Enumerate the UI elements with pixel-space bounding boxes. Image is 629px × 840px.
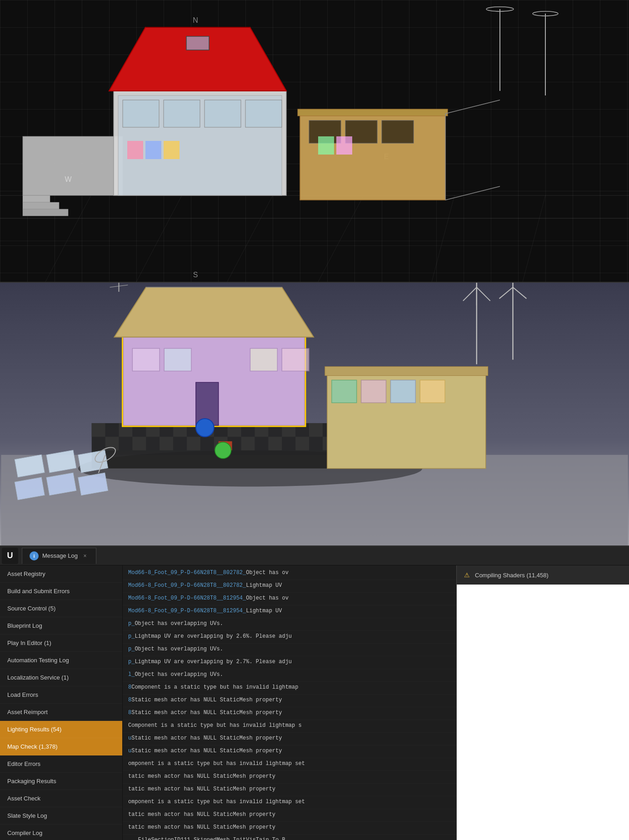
tab-close-button[interactable]: × bbox=[81, 552, 89, 560]
sidebar-item-11[interactable]: Editor Errors bbox=[0, 755, 122, 773]
log-entry-7: p_ Lightmap UV are overlapping by 2.7%. … bbox=[123, 656, 456, 669]
sidebar-item-3[interactable]: Blueprint Log bbox=[0, 617, 122, 635]
log-msg-11: Static mesh actor has NULL StaticMesh pr… bbox=[131, 709, 282, 717]
sidebar-item-10[interactable]: Map Check (1,378) bbox=[0, 738, 122, 755]
svg-rect-68 bbox=[132, 349, 160, 371]
sidebar-item-6[interactable]: Localization Service (1) bbox=[0, 669, 122, 686]
log-link-13[interactable]: u bbox=[128, 734, 131, 742]
message-log-tab-icon: i bbox=[30, 551, 39, 560]
svg-rect-56 bbox=[132, 437, 146, 450]
log-msg-9: Component is a static type but has inval… bbox=[131, 683, 298, 691]
svg-line-33 bbox=[445, 186, 500, 200]
svg-rect-10 bbox=[23, 195, 50, 202]
svg-rect-42 bbox=[336, 136, 352, 155]
log-entry-2: Mod66-8_Foot_09_P-D-66N28T8__812954_ Obj… bbox=[123, 593, 456, 605]
svg-marker-66 bbox=[115, 287, 314, 337]
sidebar-item-12[interactable]: Packaging Results bbox=[0, 773, 122, 790]
log-entry-14: u Static mesh actor has NULL StaticMesh … bbox=[123, 745, 456, 758]
log-entry-21: ...FileSectionID111_SkinnedMesh_InitVisT… bbox=[123, 835, 456, 840]
sidebar-item-9[interactable]: Lighting Results (54) bbox=[0, 721, 122, 738]
svg-rect-69 bbox=[164, 349, 191, 371]
svg-rect-77 bbox=[325, 366, 488, 375]
log-link-14[interactable]: u bbox=[128, 747, 131, 755]
svg-line-7 bbox=[432, 195, 454, 282]
log-msg-6: Object has overlapping UVs. bbox=[135, 645, 223, 653]
log-msg-15: omponent is a static type but has invali… bbox=[128, 760, 305, 768]
log-entry-1: Mod66-8_Foot_09_P-D-66N28T8__802782_ Lig… bbox=[123, 580, 456, 593]
log-link-1[interactable]: Mod66-8_Foot_09_P-D-66N28T8__802782_ bbox=[128, 581, 246, 590]
svg-text:W: W bbox=[65, 175, 72, 183]
sidebar-item-5[interactable]: Automation Testing Log bbox=[0, 652, 122, 669]
svg-rect-81 bbox=[420, 380, 445, 403]
sidebar-item-2[interactable]: Source Control (5) bbox=[0, 600, 122, 617]
svg-rect-9 bbox=[23, 136, 123, 195]
viewport-bottom bbox=[0, 282, 629, 545]
svg-line-90 bbox=[463, 287, 477, 301]
sidebar-item-7[interactable]: Load Errors bbox=[0, 686, 122, 704]
svg-rect-46 bbox=[92, 423, 105, 437]
svg-rect-17 bbox=[205, 100, 241, 127]
svg-rect-11 bbox=[23, 202, 59, 209]
log-link-11[interactable]: 8 bbox=[128, 709, 131, 717]
shader-title: Compiling Shaders (11,458) bbox=[475, 572, 549, 579]
log-entry-13: u Static mesh actor has NULL StaticMesh … bbox=[123, 733, 456, 745]
sidebar-item-15[interactable]: Compiler Log bbox=[0, 825, 122, 840]
log-link-9[interactable]: 8 bbox=[128, 683, 131, 691]
log-content[interactable]: Mod66-8_Foot_09_P-D-66N28T8__802782_ Obj… bbox=[123, 565, 456, 840]
log-msg-17: tatic mesh actor has NULL StaticMesh pro… bbox=[128, 785, 275, 793]
sidebar-item-13[interactable]: Asset Check bbox=[0, 790, 122, 807]
log-entry-8: l_ Object has overlapping UVs. bbox=[123, 669, 456, 682]
log-entry-5: p_ Lightmap UV are overlapping by 2.6%. … bbox=[123, 631, 456, 644]
log-entry-4: p_ Object has overlapping UVs. bbox=[123, 618, 456, 631]
svg-rect-12 bbox=[23, 209, 68, 216]
svg-line-94 bbox=[499, 287, 513, 299]
log-msg-19: tatic mesh actor has NULL StaticMesh pro… bbox=[128, 810, 275, 819]
svg-line-93 bbox=[513, 287, 526, 299]
house-scene-top: N S W E bbox=[0, 0, 629, 282]
svg-rect-58 bbox=[187, 437, 200, 450]
log-entry-12: Component is a static type but has inval… bbox=[123, 720, 456, 733]
svg-line-32 bbox=[445, 100, 500, 114]
log-entry-10: 8 Static mesh actor has NULL StaticMesh … bbox=[123, 695, 456, 707]
log-link-8[interactable]: l_ bbox=[128, 670, 135, 679]
svg-rect-60 bbox=[241, 437, 255, 450]
log-link-7[interactable]: p_ bbox=[128, 658, 135, 666]
log-msg-0: Object has ov bbox=[246, 569, 289, 577]
log-entry-0: Mod66-8_Foot_09_P-D-66N28T8__802782_ Obj… bbox=[123, 567, 456, 580]
svg-rect-30 bbox=[298, 109, 448, 116]
svg-point-73 bbox=[196, 419, 214, 437]
message-log-tab[interactable]: i Message Log × bbox=[22, 548, 96, 564]
svg-line-89 bbox=[477, 287, 490, 301]
sidebar-item-1[interactable]: Build and Submit Errors bbox=[0, 583, 122, 600]
svg-line-6 bbox=[318, 195, 364, 282]
svg-point-75 bbox=[215, 442, 231, 459]
log-link-4[interactable]: p_ bbox=[128, 620, 135, 628]
log-link-10[interactable]: 8 bbox=[128, 696, 131, 704]
log-entry-11: 8 Static mesh actor has NULL StaticMesh … bbox=[123, 707, 456, 720]
log-entry-20: tatic mesh actor has NULL StaticMesh pro… bbox=[123, 822, 456, 835]
log-msg-5: Lightmap UV are overlapping by 2.6%. Ple… bbox=[135, 632, 292, 640]
log-msg-16: tatic mesh actor has NULL StaticMesh pro… bbox=[128, 772, 275, 780]
sidebar-item-4[interactable]: Play In Editor (1) bbox=[0, 635, 122, 652]
log-entry-16: tatic mesh actor has NULL StaticMesh pro… bbox=[123, 771, 456, 784]
svg-rect-57 bbox=[160, 437, 173, 450]
log-link-3[interactable]: Mod66-8_Foot_09_P-D-66N28T8__812954_ bbox=[128, 607, 246, 615]
svg-rect-62 bbox=[295, 437, 309, 450]
sidebar-item-0[interactable]: Asset Registry bbox=[0, 565, 122, 583]
log-link-0[interactable]: Mod66-8_Foot_09_P-D-66N28T8__802782_ bbox=[128, 569, 246, 577]
message-log-tab-label: Message Log bbox=[42, 552, 78, 559]
log-entry-18: omponent is a static type but has invali… bbox=[123, 796, 456, 809]
sidebar-item-8[interactable]: Asset Reimport bbox=[0, 704, 122, 721]
svg-rect-41 bbox=[318, 136, 334, 155]
log-msg-4: Object has overlapping UVs. bbox=[135, 620, 223, 628]
sidebar-item-14[interactable]: Slate Style Log bbox=[0, 807, 122, 825]
svg-rect-80 bbox=[390, 380, 415, 403]
log-link-6[interactable]: p_ bbox=[128, 645, 135, 653]
log-msg-3: Lightmap UV bbox=[246, 607, 282, 615]
log-msg-1: Lightmap UV bbox=[246, 581, 282, 590]
svg-rect-78 bbox=[332, 380, 357, 403]
log-msg-21: ...FileSectionID111_SkinnedMesh_InitVisT… bbox=[128, 836, 295, 840]
log-link-5[interactable]: p_ bbox=[128, 632, 135, 640]
log-link-2[interactable]: Mod66-8_Foot_09_P-D-66N28T8__812954_ bbox=[128, 594, 246, 602]
warning-icon: ⚠ bbox=[462, 571, 471, 579]
